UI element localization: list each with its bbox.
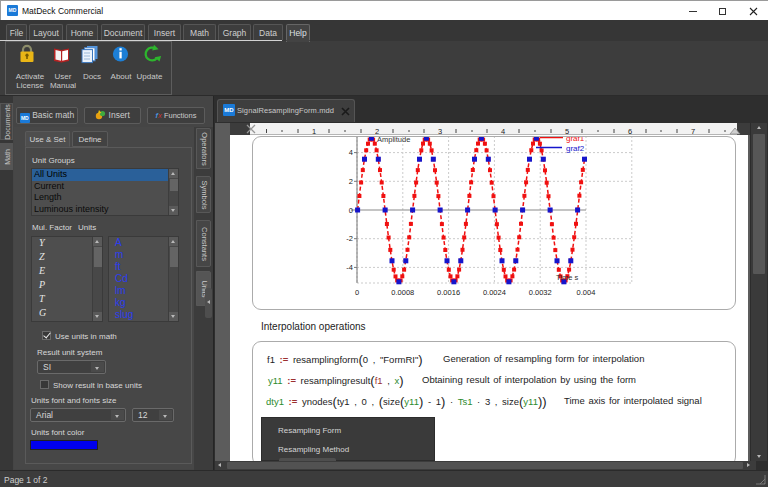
- svg-text:-2: -2: [346, 234, 353, 243]
- svg-text:0.0016: 0.0016: [437, 288, 460, 297]
- svg-text:0.0032: 0.0032: [528, 288, 551, 297]
- svg-text:0.0008: 0.0008: [391, 288, 414, 297]
- svg-text:Amplitude: Amplitude: [377, 136, 410, 144]
- svg-text:graf2: graf2: [566, 144, 585, 153]
- svg-text:4: 4: [348, 148, 352, 157]
- svg-text:2: 2: [348, 176, 352, 185]
- svg-text:0.004: 0.004: [576, 288, 595, 297]
- svg-text:0.0024: 0.0024: [482, 288, 505, 297]
- svg-text:graf1: graf1: [566, 136, 585, 143]
- svg-text:0: 0: [348, 205, 352, 214]
- svg-text:Time s: Time s: [556, 273, 578, 282]
- svg-text:-4: -4: [346, 262, 353, 271]
- svg-text:0: 0: [354, 288, 358, 297]
